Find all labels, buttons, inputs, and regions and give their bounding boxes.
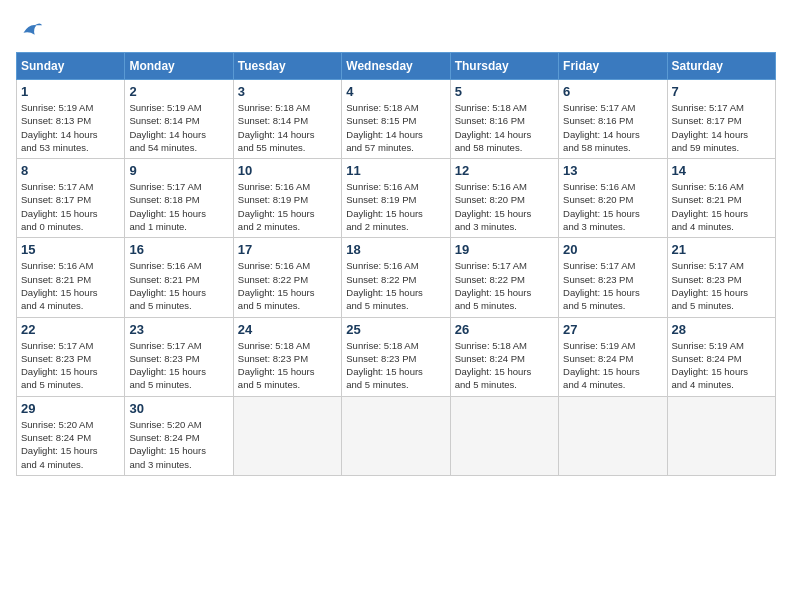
day-number: 19 [455,242,554,257]
day-number: 26 [455,322,554,337]
day-cell-24: 24 Sunrise: 5:18 AMSunset: 8:23 PMDaylig… [233,317,341,396]
day-info: Sunrise: 5:17 AMSunset: 8:23 PMDaylight:… [672,259,771,312]
day-cell-8: 8 Sunrise: 5:17 AMSunset: 8:17 PMDayligh… [17,159,125,238]
day-number: 2 [129,84,228,99]
day-number: 13 [563,163,662,178]
empty-cell [450,396,558,475]
empty-cell [342,396,450,475]
day-cell-3: 3 Sunrise: 5:18 AMSunset: 8:14 PMDayligh… [233,80,341,159]
logo [16,16,48,44]
day-number: 3 [238,84,337,99]
day-number: 18 [346,242,445,257]
day-info: Sunrise: 5:20 AMSunset: 8:24 PMDaylight:… [21,418,120,471]
day-info: Sunrise: 5:16 AMSunset: 8:21 PMDaylight:… [129,259,228,312]
day-number: 14 [672,163,771,178]
day-info: Sunrise: 5:17 AMSunset: 8:23 PMDaylight:… [129,339,228,392]
day-cell-27: 27 Sunrise: 5:19 AMSunset: 8:24 PMDaylig… [559,317,667,396]
day-info: Sunrise: 5:16 AMSunset: 8:19 PMDaylight:… [346,180,445,233]
day-info: Sunrise: 5:17 AMSunset: 8:23 PMDaylight:… [21,339,120,392]
weekday-header-saturday: Saturday [667,53,775,80]
weekday-header-tuesday: Tuesday [233,53,341,80]
day-number: 28 [672,322,771,337]
day-info: Sunrise: 5:19 AMSunset: 8:13 PMDaylight:… [21,101,120,154]
day-cell-14: 14 Sunrise: 5:16 AMSunset: 8:21 PMDaylig… [667,159,775,238]
day-info: Sunrise: 5:19 AMSunset: 8:24 PMDaylight:… [563,339,662,392]
day-info: Sunrise: 5:18 AMSunset: 8:14 PMDaylight:… [238,101,337,154]
weekday-row: SundayMondayTuesdayWednesdayThursdayFrid… [17,53,776,80]
day-info: Sunrise: 5:16 AMSunset: 8:22 PMDaylight:… [238,259,337,312]
day-cell-13: 13 Sunrise: 5:16 AMSunset: 8:20 PMDaylig… [559,159,667,238]
day-number: 7 [672,84,771,99]
day-number: 29 [21,401,120,416]
calendar-body: 1 Sunrise: 5:19 AMSunset: 8:13 PMDayligh… [17,80,776,476]
day-info: Sunrise: 5:19 AMSunset: 8:14 PMDaylight:… [129,101,228,154]
day-info: Sunrise: 5:18 AMSunset: 8:24 PMDaylight:… [455,339,554,392]
logo-bird-icon [16,16,44,44]
day-number: 6 [563,84,662,99]
day-info: Sunrise: 5:17 AMSunset: 8:16 PMDaylight:… [563,101,662,154]
day-info: Sunrise: 5:16 AMSunset: 8:19 PMDaylight:… [238,180,337,233]
day-info: Sunrise: 5:20 AMSunset: 8:24 PMDaylight:… [129,418,228,471]
day-number: 23 [129,322,228,337]
day-cell-17: 17 Sunrise: 5:16 AMSunset: 8:22 PMDaylig… [233,238,341,317]
calendar-header: SundayMondayTuesdayWednesdayThursdayFrid… [17,53,776,80]
day-cell-15: 15 Sunrise: 5:16 AMSunset: 8:21 PMDaylig… [17,238,125,317]
day-info: Sunrise: 5:17 AMSunset: 8:18 PMDaylight:… [129,180,228,233]
day-number: 12 [455,163,554,178]
day-cell-6: 6 Sunrise: 5:17 AMSunset: 8:16 PMDayligh… [559,80,667,159]
day-cell-10: 10 Sunrise: 5:16 AMSunset: 8:19 PMDaylig… [233,159,341,238]
day-info: Sunrise: 5:16 AMSunset: 8:20 PMDaylight:… [455,180,554,233]
day-cell-4: 4 Sunrise: 5:18 AMSunset: 8:15 PMDayligh… [342,80,450,159]
day-number: 4 [346,84,445,99]
day-info: Sunrise: 5:19 AMSunset: 8:24 PMDaylight:… [672,339,771,392]
day-cell-5: 5 Sunrise: 5:18 AMSunset: 8:16 PMDayligh… [450,80,558,159]
day-cell-7: 7 Sunrise: 5:17 AMSunset: 8:17 PMDayligh… [667,80,775,159]
day-cell-21: 21 Sunrise: 5:17 AMSunset: 8:23 PMDaylig… [667,238,775,317]
day-info: Sunrise: 5:17 AMSunset: 8:17 PMDaylight:… [21,180,120,233]
day-number: 22 [21,322,120,337]
day-cell-2: 2 Sunrise: 5:19 AMSunset: 8:14 PMDayligh… [125,80,233,159]
page-header [16,16,776,44]
day-number: 10 [238,163,337,178]
day-cell-9: 9 Sunrise: 5:17 AMSunset: 8:18 PMDayligh… [125,159,233,238]
day-cell-18: 18 Sunrise: 5:16 AMSunset: 8:22 PMDaylig… [342,238,450,317]
week-row-3: 15 Sunrise: 5:16 AMSunset: 8:21 PMDaylig… [17,238,776,317]
day-number: 11 [346,163,445,178]
week-row-5: 29 Sunrise: 5:20 AMSunset: 8:24 PMDaylig… [17,396,776,475]
day-number: 5 [455,84,554,99]
day-info: Sunrise: 5:16 AMSunset: 8:21 PMDaylight:… [21,259,120,312]
day-number: 1 [21,84,120,99]
day-cell-11: 11 Sunrise: 5:16 AMSunset: 8:19 PMDaylig… [342,159,450,238]
day-cell-20: 20 Sunrise: 5:17 AMSunset: 8:23 PMDaylig… [559,238,667,317]
day-number: 20 [563,242,662,257]
empty-cell [233,396,341,475]
day-number: 17 [238,242,337,257]
weekday-header-sunday: Sunday [17,53,125,80]
day-number: 25 [346,322,445,337]
week-row-4: 22 Sunrise: 5:17 AMSunset: 8:23 PMDaylig… [17,317,776,396]
day-info: Sunrise: 5:16 AMSunset: 8:22 PMDaylight:… [346,259,445,312]
day-cell-25: 25 Sunrise: 5:18 AMSunset: 8:23 PMDaylig… [342,317,450,396]
day-cell-23: 23 Sunrise: 5:17 AMSunset: 8:23 PMDaylig… [125,317,233,396]
weekday-header-monday: Monday [125,53,233,80]
day-cell-12: 12 Sunrise: 5:16 AMSunset: 8:20 PMDaylig… [450,159,558,238]
day-cell-29: 29 Sunrise: 5:20 AMSunset: 8:24 PMDaylig… [17,396,125,475]
day-number: 15 [21,242,120,257]
week-row-1: 1 Sunrise: 5:19 AMSunset: 8:13 PMDayligh… [17,80,776,159]
day-number: 8 [21,163,120,178]
day-cell-28: 28 Sunrise: 5:19 AMSunset: 8:24 PMDaylig… [667,317,775,396]
day-cell-30: 30 Sunrise: 5:20 AMSunset: 8:24 PMDaylig… [125,396,233,475]
empty-cell [559,396,667,475]
day-cell-16: 16 Sunrise: 5:16 AMSunset: 8:21 PMDaylig… [125,238,233,317]
empty-cell [667,396,775,475]
calendar-table: SundayMondayTuesdayWednesdayThursdayFrid… [16,52,776,476]
day-info: Sunrise: 5:16 AMSunset: 8:20 PMDaylight:… [563,180,662,233]
day-number: 27 [563,322,662,337]
day-number: 24 [238,322,337,337]
weekday-header-friday: Friday [559,53,667,80]
weekday-header-wednesday: Wednesday [342,53,450,80]
day-cell-1: 1 Sunrise: 5:19 AMSunset: 8:13 PMDayligh… [17,80,125,159]
day-cell-22: 22 Sunrise: 5:17 AMSunset: 8:23 PMDaylig… [17,317,125,396]
day-info: Sunrise: 5:18 AMSunset: 8:15 PMDaylight:… [346,101,445,154]
day-cell-19: 19 Sunrise: 5:17 AMSunset: 8:22 PMDaylig… [450,238,558,317]
